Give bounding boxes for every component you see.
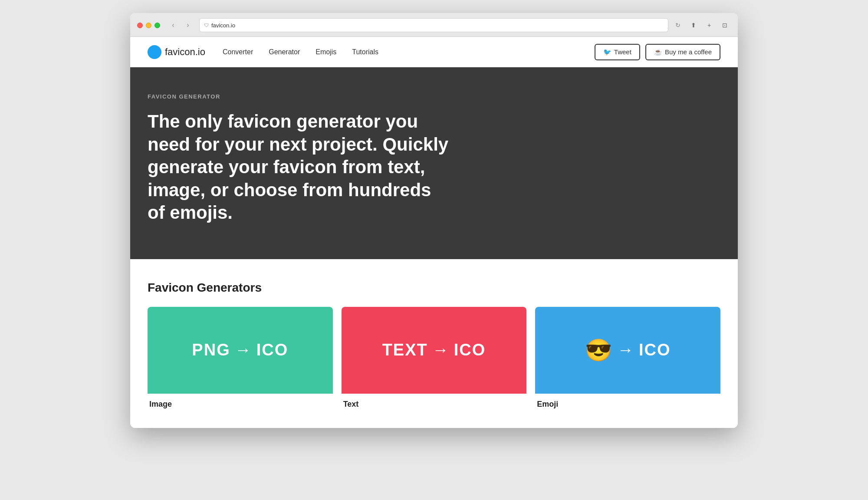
- card-emoji-label: Emoji: [535, 394, 720, 411]
- card-emoji-banner: 😎 → ICO: [535, 307, 720, 394]
- hero-label: FAVICON GENERATOR: [148, 93, 720, 100]
- close-dot[interactable]: [137, 23, 143, 28]
- card-image-text: PNG → ICO: [192, 341, 288, 359]
- header-buttons: 🐦 Tweet ☕ Buy me a coffee: [595, 44, 720, 60]
- tweet-label: Tweet: [614, 48, 631, 56]
- cards-section: Favicon Generators PNG → ICO Image: [130, 259, 738, 428]
- card-ico-label-2: ICO: [639, 341, 671, 359]
- section-title: Favicon Generators: [148, 281, 720, 295]
- page-content: favicon.io Converter Generator Emojis Tu…: [130, 37, 738, 428]
- twitter-icon: 🐦: [603, 48, 612, 56]
- card-arrow-0: →: [235, 341, 252, 359]
- tabs-button[interactable]: ⊡: [719, 19, 731, 31]
- coffee-label: Buy me a coffee: [665, 48, 712, 56]
- site-header: favicon.io Converter Generator Emojis Tu…: [130, 37, 738, 67]
- card-image[interactable]: PNG → ICO Image: [148, 307, 333, 411]
- coffee-icon: ☕: [654, 48, 662, 56]
- card-emoji[interactable]: 😎 → ICO Emoji: [535, 307, 720, 411]
- card-ico-label-1: ICO: [454, 341, 486, 359]
- maximize-dot[interactable]: [155, 23, 160, 28]
- address-bar[interactable]: 🛡 favicon.io: [199, 18, 668, 32]
- browser-dots: [137, 23, 160, 28]
- logo-text: favicon.io: [165, 46, 205, 58]
- tweet-button[interactable]: 🐦 Tweet: [595, 44, 640, 60]
- nav-emojis[interactable]: Emojis: [316, 48, 336, 56]
- card-image-label: Image: [148, 394, 333, 411]
- card-text-label: TEXT: [382, 341, 428, 359]
- card-png-label: PNG: [192, 341, 230, 359]
- nav-converter[interactable]: Converter: [223, 48, 253, 56]
- card-text-banner: TEXT → ICO: [342, 307, 527, 394]
- card-text-text: TEXT → ICO: [382, 341, 486, 359]
- card-text-label-below: Text: [342, 394, 527, 411]
- card-arrow-2: →: [617, 341, 635, 359]
- reload-button[interactable]: ↻: [675, 22, 681, 29]
- browser-titlebar: ‹ › 🛡 favicon.io ↻ ⬆ + ⊡: [130, 13, 738, 37]
- back-button[interactable]: ‹: [167, 19, 179, 31]
- card-emoji-text: 😎 → ICO: [585, 338, 671, 363]
- logo[interactable]: favicon.io: [148, 45, 205, 59]
- card-arrow-1: →: [432, 341, 450, 359]
- nav-generator[interactable]: Generator: [269, 48, 300, 56]
- hero-title: The only favicon generator you need for …: [148, 110, 451, 224]
- forward-button[interactable]: ›: [182, 19, 194, 31]
- card-text[interactable]: TEXT → ICO Text: [342, 307, 527, 411]
- browser-window: ‹ › 🛡 favicon.io ↻ ⬆ + ⊡ favicon.io Conv…: [130, 13, 738, 428]
- lock-icon: 🛡: [204, 23, 209, 28]
- nav-tutorials[interactable]: Tutorials: [352, 48, 378, 56]
- cards-grid: PNG → ICO Image TEXT → ICO: [148, 307, 720, 411]
- browser-nav: ‹ ›: [167, 19, 194, 31]
- share-button[interactable]: ⬆: [687, 19, 700, 31]
- minimize-dot[interactable]: [146, 23, 151, 28]
- new-tab-button[interactable]: +: [703, 19, 715, 31]
- card-image-banner: PNG → ICO: [148, 307, 333, 394]
- logo-icon: [148, 45, 161, 59]
- card-ico-label-0: ICO: [256, 341, 289, 359]
- coffee-button[interactable]: ☕ Buy me a coffee: [645, 44, 720, 60]
- site-nav: Converter Generator Emojis Tutorials: [223, 48, 595, 56]
- url-text: favicon.io: [211, 22, 235, 29]
- browser-actions: ⬆ + ⊡: [687, 19, 731, 31]
- hero-section: FAVICON GENERATOR The only favicon gener…: [130, 67, 738, 259]
- sunglasses-emoji: 😎: [585, 338, 613, 363]
